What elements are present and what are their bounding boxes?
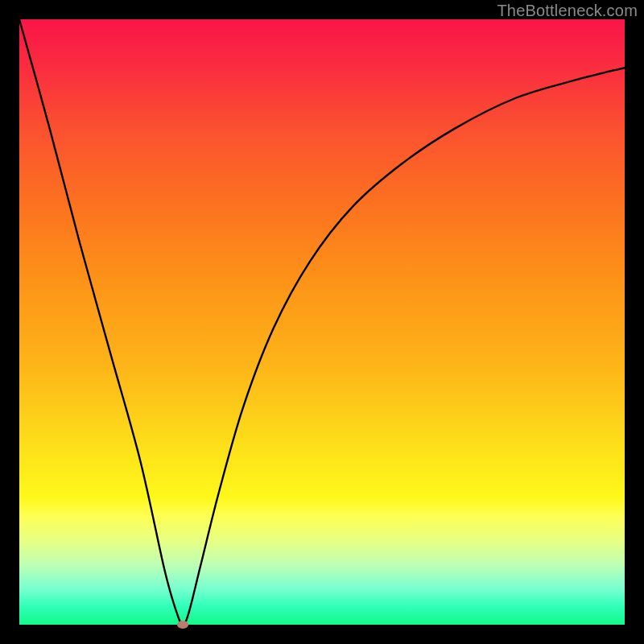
plot-area xyxy=(19,19,625,625)
bottleneck-curve xyxy=(19,19,625,625)
watermark-text: TheBottleneck.com xyxy=(497,2,638,20)
chart-frame: TheBottleneck.com xyxy=(0,0,644,644)
minimum-marker xyxy=(177,621,188,629)
